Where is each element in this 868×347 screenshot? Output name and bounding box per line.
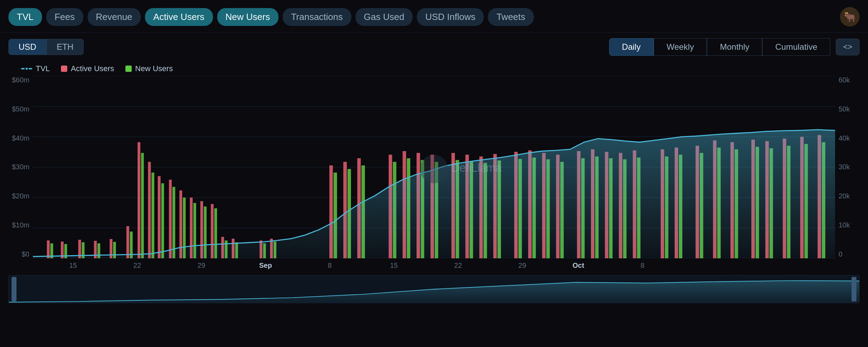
chart-legend: TVL Active Users New Users (0, 61, 868, 76)
y-axis-left: $60m $50m $40m $30m $20m $10m $0 (8, 76, 33, 258)
nav-transactions[interactable]: Transactions (283, 8, 351, 26)
main-chart: $60m $50m $40m $30m $20m $10m $0 60k 50k… (8, 76, 860, 272)
x-axis: 15 22 29 Sep 8 15 22 29 Oct 8 (33, 258, 835, 272)
y-left-10m: $10m (12, 221, 29, 229)
user-avatar[interactable]: 🐂 (840, 7, 860, 27)
scroll-drag-indicator: ··· (429, 285, 439, 293)
x-label-15-2: 15 (390, 261, 398, 270)
svg-rect-26 (172, 187, 175, 258)
y-right-50k: 50k (839, 105, 850, 113)
chart-scrollbar[interactable]: ··· (8, 275, 860, 303)
x-label-29: 29 (198, 261, 205, 270)
scroll-handle-right[interactable] (852, 277, 856, 301)
legend-active-users: Active Users (61, 64, 114, 73)
nav-new-users[interactable]: New Users (217, 8, 278, 26)
y-left-50m: $50m (12, 105, 29, 113)
top-navigation: TVL Fees Revenue Active Users New Users … (0, 0, 868, 33)
period-weekly[interactable]: Weekly (654, 38, 707, 56)
x-label-oct: Oct (573, 261, 584, 270)
scroll-handle-left[interactable] (12, 277, 16, 301)
y-left-0: $0 (22, 250, 29, 258)
y-right-60k: 60k (839, 76, 850, 84)
y-right-30k: 30k (839, 163, 850, 171)
y-axis-right: 60k 50k 40k 30k 20k 10k 0 (835, 76, 860, 258)
svg-rect-17 (126, 226, 129, 258)
nav-tvl[interactable]: TVL (8, 8, 42, 26)
period-cumulative[interactable]: Cumulative (762, 38, 830, 56)
svg-rect-25 (169, 180, 172, 258)
period-toggle: Daily Weekly Monthly Cumulative <> (609, 38, 860, 56)
legend-tvl: TVL (21, 64, 50, 73)
legend-new-users: New Users (125, 64, 173, 73)
x-label-8-oct: 8 (641, 261, 645, 270)
svg-rect-24 (161, 183, 164, 258)
legend-new-users-label: New Users (135, 64, 173, 73)
y-left-30m: $30m (12, 163, 29, 171)
x-label-sep: Sep (259, 261, 272, 270)
svg-rect-7 (47, 240, 50, 258)
legend-active-users-label: Active Users (71, 64, 114, 73)
nav-active-users[interactable]: Active Users (145, 8, 213, 26)
svg-point-103 (420, 155, 448, 183)
currency-eth[interactable]: ETH (47, 39, 84, 55)
chart-canvas: DefiLlama (33, 76, 835, 258)
svg-text:DefiLlama: DefiLlama (452, 162, 502, 174)
currency-toggle: USD ETH (8, 39, 84, 55)
nav-gas-used[interactable]: Gas Used (356, 8, 413, 26)
y-left-60m: $60m (12, 76, 29, 84)
x-label-29-2: 29 (518, 261, 526, 270)
y-right-0: 0 (839, 250, 842, 258)
currency-usd[interactable]: USD (8, 39, 47, 55)
x-label-22-2: 22 (454, 261, 462, 270)
period-daily[interactable]: Daily (609, 38, 654, 56)
y-right-10k: 10k (839, 221, 850, 229)
y-right-20k: 20k (839, 192, 850, 200)
y-left-40m: $40m (12, 134, 29, 142)
y-left-20m: $20m (12, 192, 29, 200)
svg-rect-23 (158, 176, 160, 258)
chart-svg: DefiLlama (33, 76, 835, 258)
nav-fees[interactable]: Fees (46, 8, 83, 26)
x-label-15: 15 (69, 261, 77, 270)
controls-row: USD ETH Daily Weekly Monthly Cumulative … (0, 33, 868, 61)
y-right-40k: 40k (839, 134, 850, 142)
x-label-8-sep: 8 (328, 261, 332, 270)
nav-tweets[interactable]: Tweets (488, 8, 533, 26)
nav-revenue[interactable]: Revenue (88, 8, 141, 26)
svg-rect-21 (148, 162, 151, 258)
embed-button[interactable]: <> (836, 39, 860, 55)
x-label-22: 22 (133, 261, 141, 270)
legend-tvl-label: TVL (36, 64, 50, 73)
svg-rect-20 (141, 153, 144, 258)
nav-usd-inflows[interactable]: USD Inflows (417, 8, 484, 26)
svg-rect-22 (152, 172, 154, 258)
period-monthly[interactable]: Monthly (707, 38, 762, 56)
svg-rect-19 (138, 142, 140, 258)
